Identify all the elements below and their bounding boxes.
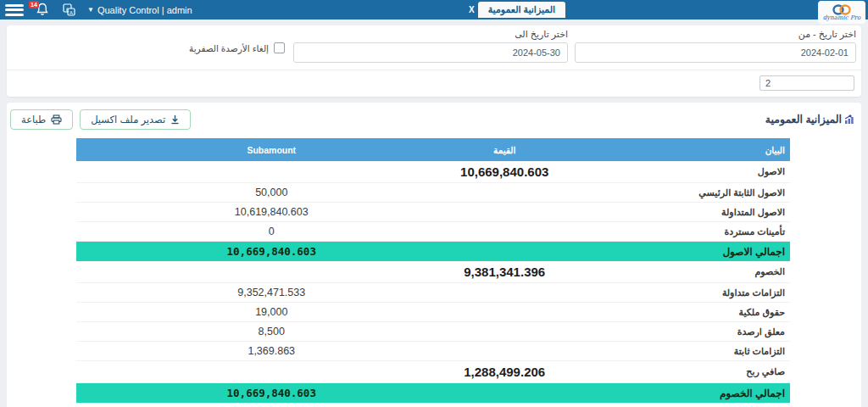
notification-badge: 14 (29, 1, 39, 8)
table-body: الاصول 10,669,840.603 الاصول الثابتة الر… (76, 161, 790, 403)
print-label: طباعة (21, 114, 46, 125)
table-row[interactable]: تأمينات مستردة 0 (76, 222, 790, 242)
chevron-down-icon: ▼ (87, 6, 94, 14)
translate-icon: ع A (63, 3, 75, 16)
open-tab[interactable]: X الميزانية العمومية (469, 2, 565, 18)
row-label: اجمالي الاصول (619, 246, 790, 258)
print-button[interactable]: طباعة (10, 109, 73, 130)
user-menu[interactable]: ▼ Quality Control | admin (87, 5, 192, 15)
user-menu-label: Quality Control | admin (97, 5, 192, 15)
row-label: اجمالي الخصوم (619, 387, 790, 399)
page-title: الميزانية العمومية (765, 113, 856, 125)
top-navbar: 14 ع A ▼ Quality Control | admin X الميز… (0, 0, 868, 20)
row-subamount: 1,369.863 (76, 345, 390, 357)
table-row[interactable]: معلق ارصدة 8,500 (76, 322, 790, 342)
row-value: 9,381,341.396 (390, 265, 618, 279)
export-excel-button[interactable]: تصدير ملف اكسيل (80, 109, 191, 130)
table-row[interactable]: اجمالي الاصول 10,669,840.603 (76, 242, 790, 261)
tab-label[interactable]: الميزانية العمومية (478, 2, 565, 18)
table-row[interactable]: اجمالي الخصوم 10,669,840.603 (76, 383, 790, 403)
row-subamount: 19,000 (76, 306, 390, 318)
table-row[interactable]: حقوق ملكية 19,000 (76, 303, 790, 322)
balance-sheet-table: البيان القيمة Subamount الاصول 10,669,84… (76, 138, 790, 403)
row-subamount: 50,000 (76, 187, 390, 198)
table-row[interactable]: الخصوم 9,381,341.396 (76, 261, 790, 283)
table-row[interactable]: التزامات ثابتة 1,369.863 (76, 342, 790, 361)
row-label: صافي ربح (619, 366, 790, 377)
report-panel: الميزانية العمومية تصدير ملف اكسيل طباعة (7, 103, 861, 407)
row-subamount: 8,500 (76, 326, 390, 337)
row-label: حقوق ملكية (619, 307, 790, 318)
row-subamount: 9,352,471.533 (76, 287, 390, 298)
zero-balances-label: إلغاء الأرصدة الصفرية (189, 43, 269, 53)
table-row[interactable]: صافي ربح 1,288,499.206 (76, 361, 790, 383)
close-icon[interactable]: X (469, 5, 475, 14)
table-row[interactable]: الاصول المتداولة 10,619,840.603 (76, 203, 790, 222)
row-subamount: 10,619,840.603 (76, 206, 390, 218)
row-subamount: 10,669,840.603 (76, 245, 390, 258)
filters-panel: اختر تاريخ - من اختر تاريخ الى إلغاء الأ… (7, 25, 861, 97)
chart-increasing-icon (844, 114, 856, 125)
level-input[interactable] (760, 75, 854, 91)
row-subamount: 0 (76, 226, 390, 237)
svg-text:A: A (70, 10, 73, 15)
language-switch-button[interactable]: ع A (63, 3, 75, 16)
date-to-label: اختر تاريخ الى (293, 29, 568, 40)
column-header-subamount[interactable]: Subamount (76, 145, 390, 155)
row-label: الاصول المتداولة (619, 207, 790, 218)
row-label: الخصوم (619, 266, 790, 277)
date-from-label: اختر تاريخ - من (575, 29, 856, 40)
logo-text: dynamic Pro (823, 15, 860, 21)
date-to-input[interactable] (293, 42, 568, 63)
date-from-input[interactable] (575, 42, 856, 63)
zero-balances-checkbox[interactable] (274, 42, 285, 53)
table-row[interactable]: الاصول 10,669,840.603 (76, 161, 790, 183)
table-row[interactable]: التزامات متداولة 9,352,471.533 (76, 283, 790, 303)
row-label: تأمينات مستردة (619, 226, 790, 237)
column-header-qima[interactable]: القيمة (390, 145, 618, 155)
row-label: التزامات ثابتة (619, 346, 790, 357)
export-excel-label: تصدير ملف اكسيل (91, 114, 165, 125)
row-label: معلق ارصدة (619, 326, 790, 337)
row-label: التزامات متداولة (619, 287, 790, 298)
table-row[interactable]: الاصول الثابتة الرئيسي 50,000 (76, 183, 790, 203)
app-logo: dynamic Pro (818, 1, 865, 24)
notifications-button[interactable]: 14 (36, 3, 51, 18)
table-header: البيان القيمة Subamount (76, 138, 790, 161)
row-subamount: 10,669,840.603 (76, 387, 390, 399)
row-label: الاصول الثابتة الرئيسي (619, 187, 790, 198)
row-value: 1,288,499.206 (390, 365, 618, 379)
row-value: 10,669,840.603 (390, 164, 618, 179)
hamburger-menu-icon[interactable] (5, 4, 24, 16)
row-label: الاصول (619, 166, 790, 177)
column-header-bayan[interactable]: البيان (619, 145, 790, 155)
printer-icon (51, 114, 62, 125)
page-title-text: الميزانية العمومية (765, 113, 842, 125)
level-row (7, 70, 861, 97)
download-icon (170, 114, 180, 125)
